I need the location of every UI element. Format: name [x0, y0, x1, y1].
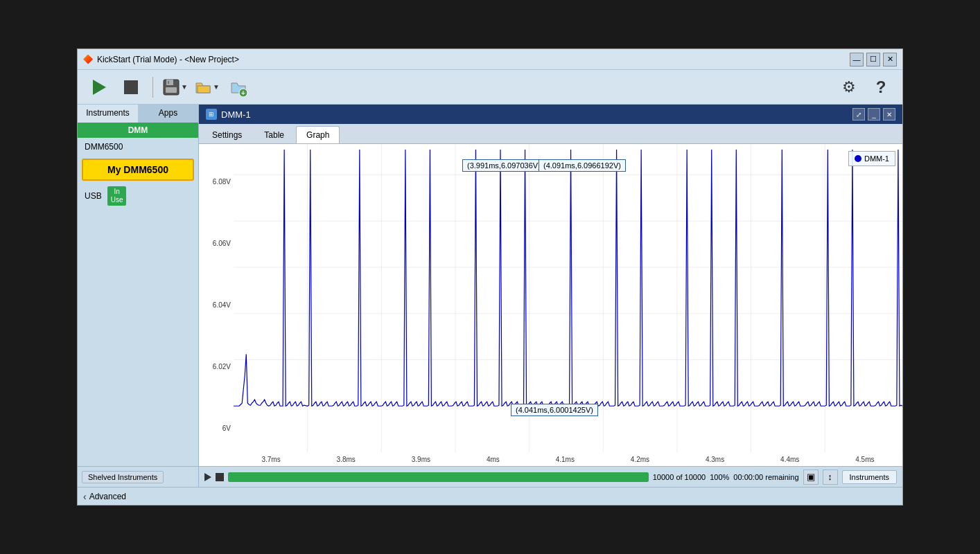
my-dmm6500-item[interactable]: My DMM6500 [82, 159, 194, 181]
sidebar-tabs: Instruments Apps [78, 105, 198, 123]
progress-bar-container [228, 472, 649, 482]
stop-icon [124, 80, 138, 94]
save-icon [161, 78, 181, 97]
svg-rect-4 [198, 86, 210, 93]
toolbar: ▼ ▼ + ⚙ ? [78, 70, 902, 105]
svg-rect-3 [168, 81, 169, 84]
x-label-5: 4.1ms [556, 456, 575, 463]
right-panel: ⊞ DMM-1 ⤢ _ ✕ Settings Table Graph 6. [199, 105, 902, 466]
svg-rect-1 [166, 80, 173, 85]
shelved-label: Shelved Instruments [88, 473, 157, 481]
panel-header-controls: ⤢ _ ✕ [852, 108, 895, 120]
kickstart-icon [83, 55, 93, 64]
usb-row: USB In Use [78, 184, 198, 208]
y-label-2: 6.06V [202, 240, 231, 247]
tab-instruments[interactable]: Instruments [78, 105, 138, 123]
title-bar: KickStart (Trial Mode) - <New Project> —… [78, 49, 902, 70]
legend-dot [855, 155, 861, 162]
open-button[interactable]: ▼ [193, 74, 220, 100]
legend-label: DMM-1 [864, 154, 889, 163]
help-button[interactable]: ? [868, 74, 894, 100]
new-button[interactable]: + [225, 74, 252, 100]
tab-graph[interactable]: Graph [296, 126, 340, 143]
x-label-2: 3.8ms [337, 456, 356, 463]
new-icon: + [229, 78, 248, 97]
panel-header-left: ⊞ DMM-1 [206, 109, 251, 120]
in-use-line2: Use [111, 196, 123, 204]
y-label-1: 6.08V [202, 178, 231, 186]
export-button[interactable]: ↕ [823, 470, 838, 485]
chevron-down-icon[interactable]: ‹ [83, 491, 87, 502]
x-label-7: 4.3ms [706, 456, 724, 463]
playback-play-button[interactable] [204, 473, 211, 481]
time-remaining: 00:00:00 remaining [733, 473, 798, 481]
window-title: KickStart (Trial Mode) - <New Project> [97, 55, 239, 64]
x-label-1: 3.7ms [261, 456, 280, 463]
dmm-section-header: DMM [78, 123, 198, 138]
x-label-9: 4.5ms [855, 456, 874, 463]
x-label-3: 3.9ms [412, 456, 430, 463]
main-content: Instruments Apps DMM DMM6500 My DMM6500 … [78, 105, 902, 466]
usb-label: USB [85, 191, 102, 201]
waveform-svg [234, 144, 902, 452]
x-label-4: 4ms [487, 456, 500, 463]
graph-area: 6.08V 6.06V 6.04V 6.02V 6V [199, 144, 902, 466]
main-window: KickStart (Trial Mode) - <New Project> —… [77, 48, 903, 506]
x-label-6: 4.2ms [631, 456, 649, 463]
count-text: 10000 of 10000 [653, 473, 706, 481]
dmm6500-item[interactable]: DMM6500 [78, 138, 198, 156]
title-bar-controls: — ☐ ✕ [850, 53, 897, 66]
save-button[interactable]: ▼ [161, 74, 188, 100]
toolbar-separator-1 [152, 77, 153, 98]
panel-tabs: Settings Table Graph [199, 124, 902, 144]
title-bar-left: KickStart (Trial Mode) - <New Project> [83, 55, 239, 64]
sidebar: Instruments Apps DMM DMM6500 My DMM6500 … [78, 105, 199, 466]
y-label-4: 6.02V [202, 363, 231, 370]
x-axis: 3.7ms 3.8ms 3.9ms 4ms 4.1ms 4.2ms 4.3ms … [234, 452, 902, 466]
panel-expand-button[interactable]: ⤢ [852, 108, 865, 120]
panel-minimize-button[interactable]: _ [868, 108, 880, 120]
toolbar-right: ⚙ ? [836, 74, 894, 100]
svg-text:+: + [241, 89, 245, 97]
play-icon [93, 80, 106, 95]
stop-button[interactable] [118, 74, 144, 100]
in-use-badge: In Use [107, 186, 127, 206]
x-label-8: 4.4ms [780, 456, 799, 463]
y-label-5: 6V [202, 425, 231, 432]
tab-settings[interactable]: Settings [202, 126, 252, 143]
shelved-section: Shelved Instruments [78, 467, 199, 487]
playback-stop-button[interactable] [216, 473, 224, 481]
advanced-label[interactable]: Advanced [89, 492, 126, 501]
tab-apps[interactable]: Apps [138, 105, 198, 123]
help-icon: ? [876, 78, 886, 97]
percent-text: 100% [710, 473, 729, 481]
playback-controls: 10000 of 10000 100% 00:00:00 remaining ▣… [199, 467, 902, 487]
y-axis: 6.08V 6.06V 6.04V 6.02V 6V [199, 144, 234, 466]
svg-rect-2 [166, 87, 177, 93]
tab-table[interactable]: Table [254, 126, 295, 143]
settings-button[interactable]: ⚙ [836, 74, 862, 100]
in-use-line1: In [111, 188, 123, 196]
maximize-button[interactable]: ☐ [866, 53, 880, 66]
graph-legend: DMM-1 [848, 151, 895, 166]
open-icon [193, 78, 213, 97]
panel-title: DMM-1 [221, 109, 251, 120]
snapshot-button[interactable]: ▣ [803, 470, 819, 485]
close-button[interactable]: ✕ [883, 53, 897, 66]
gear-icon: ⚙ [842, 78, 856, 96]
advanced-row: ‹ Advanced [78, 487, 902, 505]
panel-close-button[interactable]: ✕ [883, 108, 895, 120]
play-button[interactable] [86, 74, 112, 100]
minimize-button[interactable]: — [850, 53, 864, 66]
dmm-panel-icon: ⊞ [206, 109, 217, 120]
shelved-instruments-button[interactable]: Shelved Instruments [82, 471, 164, 483]
y-label-3: 6.04V [202, 301, 231, 309]
instruments-button[interactable]: Instruments [842, 470, 897, 484]
progress-bar-fill [228, 472, 649, 482]
panel-header: ⊞ DMM-1 ⤢ _ ✕ [199, 105, 902, 124]
bottom-row: Shelved Instruments 10000 of 10000 100% … [78, 466, 902, 487]
